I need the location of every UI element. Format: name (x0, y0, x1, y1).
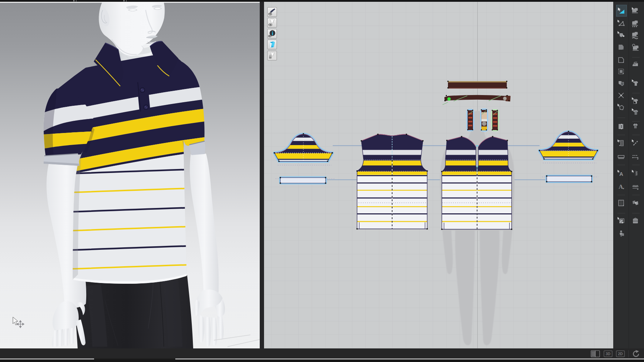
svg-text:3D: 3D (606, 352, 611, 356)
svg-text:2D: 2D (618, 352, 623, 356)
